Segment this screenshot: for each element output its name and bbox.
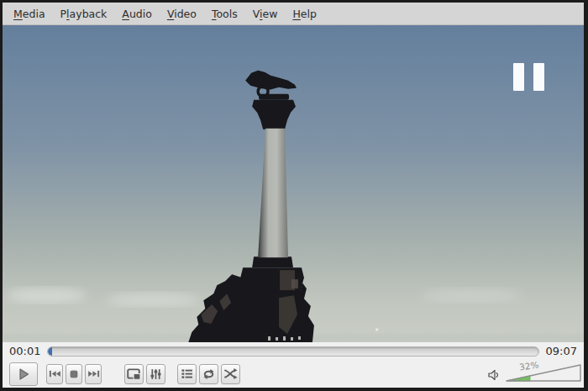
- stop-icon: [69, 369, 79, 379]
- duration-time: 09:07: [546, 345, 577, 357]
- volume-slider[interactable]: 32%: [505, 362, 582, 383]
- loop-icon: [202, 368, 216, 380]
- fullscreen-button[interactable]: [124, 364, 144, 384]
- next-button[interactable]: [85, 364, 102, 384]
- shuffle-icon: [223, 368, 238, 379]
- vlc-window: Media Playback Audio Video Tools View He…: [0, 0, 588, 391]
- menu-item-media[interactable]: Media: [12, 6, 47, 22]
- equalizer-icon: [150, 368, 162, 380]
- play-icon: [16, 367, 31, 382]
- menu-item-tools[interactable]: Tools: [210, 6, 239, 22]
- menu-bar: Media Playback Audio Video Tools View He…: [3, 3, 584, 25]
- seek-row: 00:01 09:07: [3, 342, 584, 360]
- shuffle-button[interactable]: [221, 364, 240, 384]
- menu-item-audio[interactable]: Audio: [120, 6, 154, 22]
- video-area[interactable]: [3, 25, 584, 342]
- volume-percent: 32%: [518, 359, 539, 372]
- loop-button[interactable]: [199, 364, 218, 384]
- volume-control: 32%: [487, 362, 584, 386]
- menu-item-help[interactable]: Help: [291, 6, 318, 22]
- fullscreen-icon: [127, 368, 141, 380]
- next-icon: [87, 369, 100, 378]
- menu-item-playback[interactable]: Playback: [59, 6, 109, 22]
- elapsed-time: 00:01: [9, 345, 40, 357]
- playlist-button[interactable]: [177, 364, 197, 384]
- volume-wedge-icon: [505, 362, 582, 383]
- previous-button[interactable]: [46, 364, 63, 384]
- stop-button[interactable]: [66, 364, 82, 384]
- speaker-icon[interactable]: [487, 369, 501, 381]
- menu-item-video[interactable]: Video: [165, 6, 198, 22]
- seek-slider[interactable]: [47, 346, 538, 357]
- previous-icon: [49, 369, 61, 378]
- pause-icon: [513, 63, 544, 91]
- menu-item-view[interactable]: View: [251, 6, 280, 22]
- controls-bar: 32%: [3, 360, 584, 388]
- play-button[interactable]: [9, 362, 38, 386]
- seek-progress: [48, 347, 52, 356]
- playlist-icon: [181, 368, 193, 379]
- extended-settings-button[interactable]: [146, 364, 165, 384]
- video-frame-monument-scene: [3, 25, 584, 342]
